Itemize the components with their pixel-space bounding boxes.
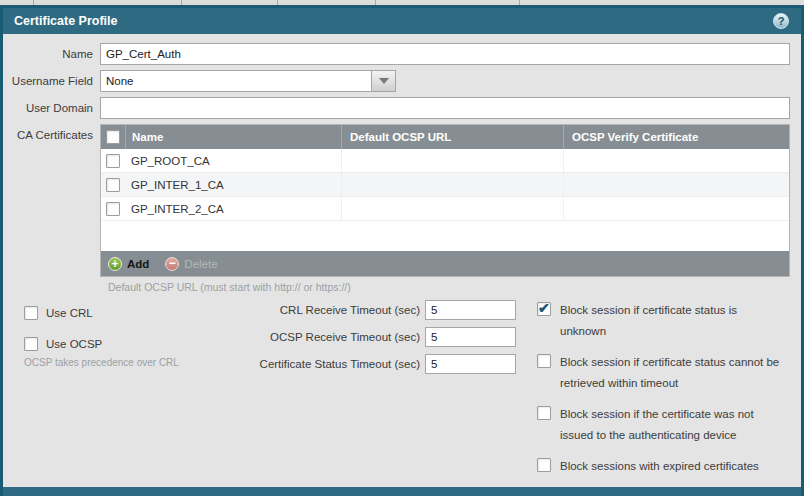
use-ocsp-row: Use OCSP bbox=[24, 333, 183, 355]
select-all-checkbox[interactable] bbox=[106, 130, 120, 144]
certificate-profile-dialog: Certificate Profile ? Name Username Fiel… bbox=[0, 5, 804, 496]
options-area: Use CRL Use OCSP OCSP takes precedence o… bbox=[11, 300, 790, 487]
cell-default-ocsp-url bbox=[341, 149, 563, 172]
table-header-row: Name Default OCSP URL OCSP Verify Certif… bbox=[101, 125, 789, 149]
cell-default-ocsp-url bbox=[341, 197, 563, 220]
ocsp-precedence-note: OCSP takes precedence over CRL bbox=[24, 357, 183, 368]
crl-timeout-input[interactable] bbox=[425, 300, 516, 320]
ocsp-timeout-label: OCSP Receive Timeout (sec) bbox=[270, 331, 420, 343]
cell-ocsp-verify-certificate bbox=[563, 149, 789, 172]
cell-name: GP_ROOT_CA bbox=[125, 155, 341, 167]
header-ocsp-verify-certificate: OCSP Verify Certificate bbox=[563, 125, 789, 149]
name-label: Name bbox=[11, 48, 100, 60]
block-timeout-checkbox[interactable] bbox=[537, 354, 551, 368]
block-unknown-status-option: Block session if certificate status is u… bbox=[537, 300, 786, 342]
username-field-combo bbox=[100, 70, 396, 92]
cell-default-ocsp-url bbox=[341, 173, 563, 196]
table-row[interactable]: GP_INTER_2_CA bbox=[101, 197, 789, 221]
cert-status-timeout-label: Certificate Status Timeout (sec) bbox=[260, 358, 420, 370]
cell-ocsp-verify-certificate bbox=[563, 173, 789, 196]
user-domain-input[interactable] bbox=[100, 97, 790, 119]
username-field-row: Username Field bbox=[11, 70, 790, 92]
table-row[interactable]: GP_INTER_1_CA bbox=[101, 173, 789, 197]
dialog-titlebar: Certificate Profile ? bbox=[3, 8, 801, 34]
header-default-ocsp-url: Default OCSP URL bbox=[341, 125, 563, 149]
cell-name: GP_INTER_2_CA bbox=[125, 203, 341, 215]
ocsp-timeout-row: OCSP Receive Timeout (sec) bbox=[183, 327, 516, 347]
block-timeout-option: Block session if certificate status cann… bbox=[537, 352, 786, 394]
use-ocsp-checkbox[interactable] bbox=[24, 337, 38, 351]
add-button[interactable]: + Add bbox=[108, 257, 149, 271]
help-icon[interactable]: ? bbox=[773, 13, 789, 29]
block-unknown-status-checkbox[interactable] bbox=[537, 302, 551, 316]
crl-timeout-row: CRL Receive Timeout (sec) bbox=[183, 300, 516, 320]
crl-ocsp-column: Use CRL Use OCSP OCSP takes precedence o… bbox=[11, 300, 183, 368]
block-expired-option: Block sessions with expired certificates bbox=[537, 456, 786, 477]
cert-status-timeout-input[interactable] bbox=[425, 354, 516, 374]
cell-name: GP_INTER_1_CA bbox=[125, 179, 341, 191]
name-row: Name bbox=[11, 43, 790, 65]
add-button-label: Add bbox=[127, 258, 149, 270]
ocsp-timeout-input[interactable] bbox=[425, 327, 516, 347]
block-not-issued-checkbox[interactable] bbox=[537, 406, 551, 420]
name-input[interactable] bbox=[100, 43, 790, 65]
dialog-title: Certificate Profile bbox=[14, 14, 118, 28]
username-field-dropdown-button[interactable] bbox=[372, 70, 396, 92]
table-toolbar: + Add − Delete bbox=[101, 251, 789, 276]
header-checkbox-cell bbox=[101, 130, 125, 144]
cell-ocsp-verify-certificate bbox=[563, 197, 789, 220]
plus-icon: + bbox=[108, 257, 122, 271]
crl-timeout-label: CRL Receive Timeout (sec) bbox=[280, 304, 420, 316]
username-field-label: Username Field bbox=[11, 75, 100, 87]
header-name: Name bbox=[125, 125, 341, 149]
dialog-body: Name Username Field User Domain CA Certi… bbox=[3, 34, 801, 487]
username-field-input[interactable] bbox=[100, 70, 372, 92]
use-ocsp-label: Use OCSP bbox=[46, 338, 102, 350]
user-domain-row: User Domain bbox=[11, 97, 790, 119]
timeouts-column: CRL Receive Timeout (sec) OCSP Receive T… bbox=[183, 300, 516, 381]
block-not-issued-label: Block session if the certificate was not… bbox=[560, 404, 786, 446]
row-checkbox[interactable] bbox=[106, 178, 120, 192]
certificate-profile-screen: Certificate Profile ? Name Username Fiel… bbox=[0, 0, 804, 496]
table-row[interactable]: GP_ROOT_CA bbox=[101, 149, 789, 173]
row-checkbox[interactable] bbox=[106, 202, 120, 216]
block-unknown-status-label: Block session if certificate status is u… bbox=[560, 300, 786, 342]
block-not-issued-option: Block session if the certificate was not… bbox=[537, 404, 786, 446]
block-options-column: Block session if certificate status is u… bbox=[516, 300, 790, 487]
default-ocsp-url-hint: Default OCSP URL (must start with http:/… bbox=[108, 281, 790, 293]
user-domain-label: User Domain bbox=[11, 102, 100, 114]
block-timeout-label: Block session if certificate status cann… bbox=[560, 352, 786, 394]
table-empty-area bbox=[101, 221, 789, 251]
minus-icon: − bbox=[165, 257, 179, 271]
ca-certificates-row: CA Certificates Name Default OCSP URL OC… bbox=[11, 124, 790, 277]
cert-status-timeout-row: Certificate Status Timeout (sec) bbox=[183, 354, 516, 374]
ca-certificates-table: Name Default OCSP URL OCSP Verify Certif… bbox=[100, 124, 790, 277]
delete-button[interactable]: − Delete bbox=[165, 257, 217, 271]
use-crl-label: Use CRL bbox=[46, 307, 93, 319]
ca-certificates-label: CA Certificates bbox=[11, 124, 100, 141]
block-expired-checkbox[interactable] bbox=[537, 458, 551, 472]
chevron-down-icon bbox=[379, 78, 389, 84]
block-expired-label: Block sessions with expired certificates bbox=[560, 456, 759, 477]
use-crl-checkbox[interactable] bbox=[24, 306, 38, 320]
row-checkbox[interactable] bbox=[106, 154, 120, 168]
dialog-footer: OK Cancel bbox=[3, 487, 801, 496]
delete-button-label: Delete bbox=[184, 258, 217, 270]
use-crl-row: Use CRL bbox=[24, 302, 183, 324]
